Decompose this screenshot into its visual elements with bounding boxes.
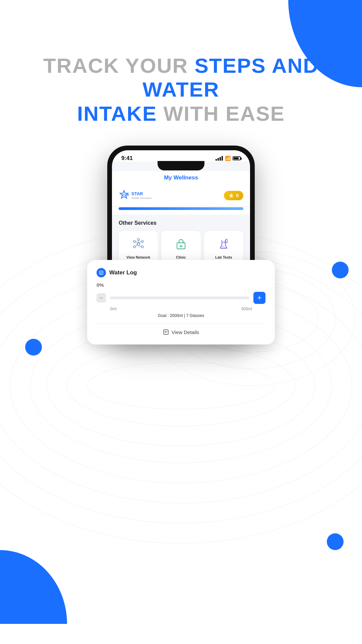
phone-notch (158, 161, 204, 170)
svg-point-19 (137, 238, 139, 240)
status-time: 9:41 (121, 155, 133, 162)
svg-rect-32 (226, 239, 227, 243)
water-log-icon (97, 268, 106, 277)
svg-point-31 (224, 247, 225, 248)
svg-point-15 (133, 240, 135, 243)
battery-icon (233, 156, 241, 160)
points-badge[interactable]: 0 (224, 191, 243, 200)
signal-bars-icon (216, 156, 223, 161)
app-header: My Wellness (112, 171, 250, 185)
water-log-card: Water Log 0% − + 0ml 300ml Goal : 2000ml… (87, 260, 275, 344)
view-details-label: View Details (172, 329, 199, 335)
svg-point-28 (182, 241, 185, 244)
brand-logo: STAR STAR Health Insurance (119, 189, 152, 202)
water-max-label: 300ml (241, 307, 252, 311)
headline-gray-2: WITH EASE (157, 102, 285, 125)
services-title: Other Services (119, 220, 243, 226)
network-icon (130, 236, 146, 252)
svg-point-30 (222, 246, 224, 247)
star-points-icon (229, 193, 234, 198)
headline: TRACK YOUR STEPS AND WATER INTAKE WITH E… (0, 54, 362, 125)
progress-bar (119, 207, 243, 210)
water-progress-bar (110, 297, 249, 299)
brand-tagline: Health Insurance (131, 197, 152, 200)
view-details-icon (163, 329, 169, 335)
headline-gray-1: TRACK YOUR (43, 54, 194, 77)
water-log-title: Water Log (109, 269, 137, 276)
svg-marker-13 (229, 193, 234, 198)
status-bar: 9:41 📶 (112, 150, 250, 162)
service-label-view-network: View Network (126, 255, 150, 260)
water-progress-row: − + (97, 292, 265, 304)
water-minus-icon[interactable]: − (97, 293, 106, 303)
clinic-icon (173, 236, 189, 252)
svg-line-22 (135, 243, 138, 247)
progress-section (112, 207, 250, 215)
water-min-label: 0ml (110, 307, 116, 311)
svg-point-6 (67, 345, 295, 426)
water-goal: Goal : 2000ml | 7 Glasses (97, 313, 265, 318)
svg-rect-51 (164, 330, 168, 334)
svg-point-17 (133, 246, 135, 248)
water-percent: 0% (97, 282, 265, 288)
service-label-lab-tests: Lab Tests (215, 255, 232, 260)
lab-icon (216, 236, 232, 252)
water-labels: 0ml 300ml (97, 307, 265, 311)
app-title: My Wellness (164, 174, 198, 181)
wifi-icon: 📶 (225, 156, 231, 161)
brand-name: STAR (131, 192, 152, 196)
water-plus-button[interactable]: + (253, 292, 265, 304)
view-details-button[interactable]: View Details (97, 323, 265, 335)
points-value: 0 (236, 193, 239, 198)
headline-blue-2: INTAKE (77, 102, 157, 125)
brand-bar: STAR STAR Health Insurance 0 (112, 185, 250, 206)
star-logo-icon: STAR (119, 189, 129, 202)
svg-text:STAR: STAR (122, 194, 129, 197)
svg-point-18 (141, 246, 143, 248)
status-icons: 📶 (216, 156, 241, 161)
phone-mockup: 9:41 📶 My Wellness (107, 146, 255, 341)
water-log-header: Water Log (97, 268, 265, 277)
svg-rect-48 (100, 271, 103, 274)
svg-point-16 (141, 240, 143, 243)
